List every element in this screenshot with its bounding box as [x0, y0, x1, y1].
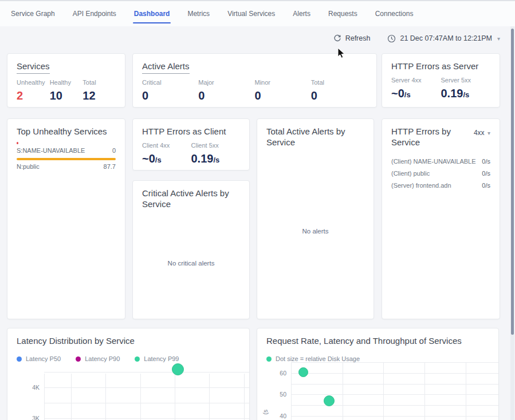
stat-unhealthy: Unhealthy2 [17, 79, 50, 102]
tab-virtual-services[interactable]: Virtual Services [226, 2, 276, 26]
http-errors-client-card: HTTP Errors as Client Client 4xx~0/sClie… [132, 118, 250, 171]
total-alerts-card: Total Active Alerts by Service No alerts [257, 118, 374, 319]
grid-line-horizontal [44, 403, 249, 403]
top-unhealthy-services-title: Top Unhealthy Services [17, 126, 116, 137]
stat-client-5xx: Client 5xx0.19/s [191, 142, 241, 165]
http-errors-server-card: HTTP Errors as Server Server 4xx~0/sServ… [382, 53, 500, 108]
clock-icon [387, 34, 396, 43]
grid-line-vertical [140, 374, 141, 420]
grid-line-vertical [383, 362, 384, 420]
error-row-value: 0/s [482, 170, 490, 177]
tab-alerts[interactable]: Alerts [292, 2, 312, 26]
stat-major: Major0 [198, 79, 254, 102]
tab-requests[interactable]: Requests [327, 2, 359, 26]
tab-service-graph[interactable]: Service Graph [10, 2, 56, 26]
top-unhealthy-services-card: Top Unhealthy Services S:NAME-UNAVAILABL… [7, 118, 125, 319]
stat-total: Total12 [82, 79, 116, 102]
error-class-dropdown[interactable]: 4xx ▾ [474, 129, 490, 137]
grid-line-horizontal [44, 387, 249, 388]
grid-line-vertical [44, 374, 45, 420]
service-health-bar [17, 142, 116, 144]
http-errors-client-stats: Client 4xx~0/sClient 5xx0.19/s [142, 142, 240, 165]
time-range-label: 21 Dec 07:47AM to 12:21PM [400, 34, 492, 42]
latency-distribution-card: Latency Distribution by Service Latency … [7, 328, 250, 420]
grid-line-vertical [466, 362, 466, 420]
stat-value: 0 [198, 89, 254, 102]
tab-connections[interactable]: Connections [374, 2, 415, 26]
grid-line-vertical [343, 362, 343, 420]
bar-fill [17, 158, 116, 160]
unhealthy-service-row: S:NAME-UNAVAILABLE0 [17, 142, 116, 154]
grid-line-horizontal [291, 362, 498, 363]
http-errors-server-stats: Server 4xx~0/sServer 5xx0.19/s [391, 77, 490, 100]
stat-label: Major [198, 79, 254, 86]
grid-line-vertical [244, 374, 245, 420]
service-value: 87.7 [104, 163, 116, 170]
request-rate-plot: 605040 [257, 328, 498, 420]
service-name: N:public [17, 163, 40, 170]
y-tick-label: 40 [269, 413, 286, 419]
stat-unit: /s [213, 156, 219, 164]
grid-line-horizontal [44, 372, 249, 373]
error-row-value: 0/s [482, 158, 490, 165]
tab-api-endpoints[interactable]: API Endpoints [72, 2, 117, 26]
error-row-value: 0/s [482, 182, 490, 189]
service-value: 0 [112, 147, 116, 154]
stat-label: Total [311, 79, 367, 86]
http-errors-client-title: HTTP Errors as Client [142, 126, 240, 137]
active-alerts-stats: Critical0Major0Minor0Total0 [142, 79, 367, 102]
grid-line-horizontal [291, 416, 498, 417]
grid-line-vertical [291, 362, 292, 420]
critical-alerts-title: Critical Active Alerts by Service [142, 188, 240, 209]
http-errors-by-service-rows: (Client) NAME-UNAVAILABLE0/s(Client) pub… [391, 155, 490, 191]
http-errors-by-service-card: HTTP Errors by Service 4xx ▾ (Client) NA… [382, 118, 500, 319]
stat-label: Minor [255, 79, 311, 86]
stat-value: ~0/s [391, 87, 441, 100]
stat-unit: /s [463, 90, 469, 99]
grid-line-vertical [424, 362, 425, 420]
request-rate-card: Request Rate, Latency and Throughput of … [257, 328, 499, 420]
refresh-icon [333, 34, 341, 42]
http-errors-server-title: HTTP Errors as Server [391, 61, 490, 72]
grid-line-horizontal [291, 394, 498, 395]
scrollbar-thumb[interactable] [511, 29, 514, 335]
refresh-button[interactable]: Refresh [333, 34, 371, 42]
service-name: S:NAME-UNAVAILABLE [17, 147, 85, 154]
error-rate-row: (Server) frontend.adn0/s [391, 179, 490, 191]
stat-critical: Critical0 [142, 79, 198, 102]
stat-label: Client 4xx [142, 142, 191, 149]
stat-label: Total [82, 79, 116, 86]
error-rate-row: (Client) public0/s [391, 167, 490, 179]
y-tick-label: 50 [269, 391, 286, 398]
stat-unit: /s [404, 90, 411, 99]
service-row-label: S:NAME-UNAVAILABLE0 [17, 147, 116, 154]
stat-total: Total0 [311, 79, 367, 102]
tab-metrics[interactable]: Metrics [186, 2, 211, 26]
stat-server-5xx: Server 5xx0.19/s [441, 77, 491, 100]
stat-value: 0 [255, 89, 311, 102]
service-row-label: N:public87.7 [17, 163, 116, 170]
total-alerts-title: Total Active Alerts by Service [266, 126, 364, 148]
time-range-picker[interactable]: 21 Dec 07:47AM to 12:21PM ▾ [387, 34, 500, 43]
stat-server-4xx: Server 4xx~0/s [391, 77, 441, 100]
data-point [172, 363, 184, 375]
stat-label: Server 5xx [441, 77, 491, 84]
y-tick-label: 4K [22, 384, 40, 391]
error-row-label: (Client) NAME-UNAVAILABLE [391, 158, 476, 165]
unhealthy-service-row: N:public87.7 [17, 158, 116, 170]
grid-line-vertical [71, 374, 72, 420]
stat-unit: /s [155, 156, 162, 164]
toolbar: Refresh 21 Dec 07:47AM to 12:21PM ▾ [333, 30, 500, 46]
active-alerts-card-title: Active Alerts [142, 61, 367, 74]
tab-dashboard[interactable]: Dashboard [133, 2, 171, 26]
grid-line-vertical [105, 374, 106, 420]
error-rate-row: (Client) NAME-UNAVAILABLE0/s [391, 155, 490, 167]
stat-healthy: Healthy10 [50, 79, 83, 102]
grid-line-horizontal [291, 373, 498, 374]
stat-value: ~0/s [142, 152, 191, 165]
mouse-cursor [337, 47, 345, 59]
error-row-label: (Server) frontend.adn [391, 182, 451, 189]
stat-label: Critical [142, 79, 198, 86]
stat-value: 0 [142, 89, 198, 102]
nav-tabs: Service GraphAPI EndpointsDashboardMetri… [0, 0, 515, 26]
